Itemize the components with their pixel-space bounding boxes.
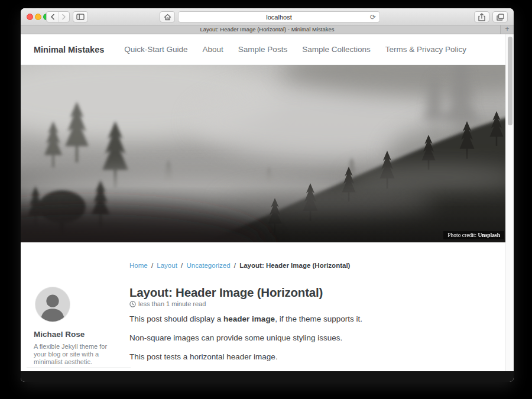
share-button[interactable] — [474, 11, 489, 22]
web-page: Minimal Mistakes Quick-Start Guide About… — [21, 34, 505, 371]
active-tab[interactable]: Layout: Header Image (Horizontal) - Mini… — [21, 25, 514, 34]
read-time: less than 1 minute read — [129, 300, 206, 307]
nav-link-sample-collections[interactable]: Sample Collections — [302, 45, 371, 54]
sidebar-icon — [76, 14, 85, 20]
nav-link-terms-privacy[interactable]: Terms & Privacy Policy — [385, 45, 466, 54]
nav-link-sample-posts[interactable]: Sample Posts — [238, 45, 287, 54]
browser-toolbar: localhost ⟳ — [21, 8, 514, 25]
breadcrumb: Home / Layout / Uncategorized / Layout: … — [129, 262, 350, 269]
site-masthead: Minimal Mistakes Quick-Start Guide About… — [21, 34, 505, 65]
new-tab-button[interactable]: + — [500, 25, 514, 34]
breadcrumb-separator: / — [179, 262, 184, 269]
paragraph-text: This post should display a — [129, 314, 223, 323]
read-time-label: less than 1 minute read — [138, 300, 206, 307]
back-button[interactable] — [47, 12, 58, 22]
photo-credit-source-link: Unsplash — [478, 232, 501, 238]
close-window-button[interactable] — [27, 14, 33, 20]
screen-background: localhost ⟳ Layout: Header Image (Horizo… — [0, 0, 532, 399]
photo-credit: Photo credit: Unsplash — [443, 231, 504, 239]
foggy-forest-illustration — [21, 65, 505, 242]
paragraph: This post should display a header image,… — [129, 314, 508, 324]
breadcrumb-link-uncategorized[interactable]: Uncategorized — [186, 262, 230, 269]
breadcrumb-separator: / — [232, 262, 238, 269]
browser-window: localhost ⟳ Layout: Header Image (Horizo… — [21, 8, 514, 382]
minimize-window-button[interactable] — [35, 14, 41, 20]
author-bio-line: minimalist aesthetic. — [34, 358, 107, 366]
home-button[interactable] — [160, 11, 175, 22]
breadcrumb-current-page: Layout: Header Image (Horizontal) — [239, 262, 350, 269]
author-bio: A flexible Jekyll theme for your blog or… — [34, 343, 107, 366]
author-name: Michael Rose — [34, 330, 85, 339]
site-nav: Quick-Start Guide About Sample Posts Sam… — [124, 45, 466, 54]
avatar — [35, 287, 70, 322]
tabs-icon — [497, 14, 504, 21]
address-bar[interactable]: localhost ⟳ — [178, 11, 380, 22]
page-scrollbar[interactable] — [505, 34, 514, 371]
forward-button[interactable] — [58, 12, 69, 22]
tab-overview-button[interactable] — [492, 11, 508, 22]
author-bio-line: your blog or site with a — [34, 351, 107, 358]
scrollbar-thumb[interactable] — [508, 37, 512, 125]
clock-icon — [129, 301, 136, 307]
share-icon — [478, 13, 485, 21]
paragraph: This post tests a horizontal header imag… — [129, 352, 508, 362]
page-title: Layout: Header Image (Horizontal) — [129, 285, 323, 300]
header-image: Photo credit: Unsplash — [21, 65, 505, 242]
reload-icon[interactable]: ⟳ — [370, 12, 376, 22]
window-bottom-edge — [21, 371, 514, 382]
breadcrumb-link-home[interactable]: Home — [129, 262, 148, 269]
sidebar-divider — [27, 367, 131, 368]
home-icon — [164, 14, 171, 21]
nav-link-about[interactable]: About — [203, 45, 223, 54]
paragraph-bold-text: header image — [223, 314, 275, 323]
tab-bar: Layout: Header Image (Horizontal) - Mini… — [21, 25, 514, 34]
person-silhouette-icon — [35, 287, 70, 322]
paragraph-text: , if the theme supports it. — [275, 314, 362, 323]
sidebar-toggle-button[interactable] — [73, 11, 88, 22]
chevron-right-icon — [61, 14, 66, 20]
breadcrumb-separator: / — [150, 262, 155, 269]
address-bar-url: localhost — [266, 14, 291, 21]
chevron-left-icon — [50, 14, 55, 20]
paragraph-text: This post tests a horizontal header imag… — [129, 352, 278, 361]
site-title-link[interactable]: Minimal Mistakes — [34, 45, 104, 54]
author-bio-line: A flexible Jekyll theme for — [34, 343, 107, 351]
history-nav-group — [46, 11, 70, 22]
page-viewport: Minimal Mistakes Quick-Start Guide About… — [21, 34, 514, 371]
photo-credit-label: Photo credit: — [447, 232, 478, 238]
nav-link-quick-start-guide[interactable]: Quick-Start Guide — [124, 45, 187, 54]
paragraph-text: Non-square images can provide some uniqu… — [129, 333, 342, 342]
breadcrumb-link-layout[interactable]: Layout — [157, 262, 177, 269]
paragraph: Non-square images can provide some uniqu… — [129, 333, 508, 343]
